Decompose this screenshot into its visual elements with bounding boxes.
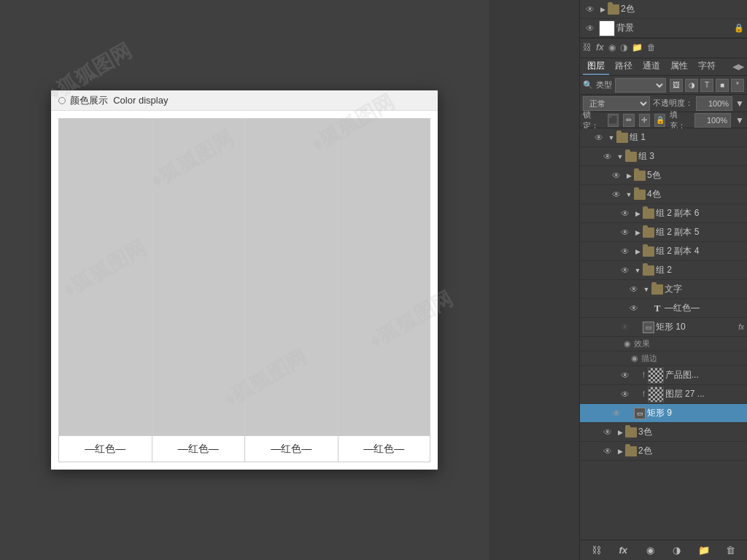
delete-layer-btn[interactable]: 🗑	[723, 542, 739, 559]
smart-icon-layer27: f	[643, 390, 645, 398]
group1-row[interactable]: 👁 ▼ 组 1	[580, 128, 747, 147]
tab-properties[interactable]: 属性	[666, 58, 692, 75]
color5-row[interactable]: 👁 ▶ 5色	[580, 166, 747, 185]
eye-color2[interactable]: 👁	[600, 446, 615, 456]
color2-row[interactable]: 👁 ▶ 2色	[580, 442, 747, 461]
rect10-name: 矩形 10	[656, 321, 734, 333]
search-icon: 🔍	[583, 80, 593, 90]
group2copy5-row[interactable]: 👁 ▶ 组 2 副本 5	[580, 223, 747, 242]
link-layers-btn[interactable]: ⛓	[588, 542, 604, 559]
fill-input[interactable]	[694, 113, 731, 128]
lock-position-btn[interactable]: ✛	[639, 114, 650, 127]
color3-row[interactable]: 👁 ▶ 3色	[580, 423, 747, 442]
eye-g2c6[interactable]: 👁	[618, 209, 632, 219]
lock-all-btn[interactable]: 🔒	[654, 114, 665, 127]
layer-2se-row[interactable]: 👁 ▶ 2色	[580, 0, 747, 19]
eye-icon-2se[interactable]: 👁	[583, 4, 597, 15]
group2copy6-row[interactable]: 👁 ▶ 组 2 副本 6	[580, 204, 747, 223]
filter-shape-btn[interactable]: ■	[716, 79, 729, 92]
eye-group2[interactable]: 👁	[618, 265, 632, 276]
g2c5-name: 组 2 副本 5	[656, 226, 744, 238]
add-mask-btn[interactable]: ◉	[642, 542, 658, 559]
stroke-row: ◉ 描边	[580, 351, 747, 366]
eye-rect10[interactable]: 👁	[618, 322, 632, 332]
group2-row[interactable]: 👁 ▼ 组 2	[580, 261, 747, 280]
text-layer-icon: T	[651, 303, 663, 314]
layer-2se-name: 2色	[621, 3, 744, 15]
panel-collapse-arrows[interactable]: ◀▶	[732, 62, 744, 71]
folder-group3	[625, 152, 637, 162]
eye-color5[interactable]: 👁	[609, 171, 624, 181]
eye-color3[interactable]: 👁	[600, 427, 615, 438]
opacity-input[interactable]	[696, 96, 732, 111]
filter-type-select[interactable]	[615, 78, 666, 93]
product-img-row[interactable]: 👁 ▶ f 产品图...	[580, 366, 747, 385]
tab-character[interactable]: 字符	[694, 58, 720, 75]
filter-adjust-btn[interactable]: ◑	[685, 79, 698, 92]
tab-layers[interactable]: 图层	[583, 58, 609, 75]
eye-group1[interactable]: 👁	[592, 133, 606, 143]
product-thumb	[648, 368, 664, 384]
folder-group2	[643, 265, 654, 276]
rect10-row[interactable]: 👁 ▶ ▭ 矩形 10 fx	[580, 318, 747, 337]
panel-tabs: 图层 路径 通道 属性 字符 ◀▶	[580, 58, 747, 76]
background-layer-row[interactable]: 👁 背景 🔒	[580, 19, 747, 38]
blend-mode-select[interactable]: 正常	[583, 96, 650, 111]
chain-icon: ⛓	[583, 42, 592, 52]
color4-row[interactable]: 👁 ▼ 4色	[580, 185, 747, 204]
filter-text-btn[interactable]: T	[700, 79, 713, 92]
tab-paths[interactable]: 路径	[611, 58, 637, 75]
filter-image-btn[interactable]: 🖼	[670, 79, 683, 92]
eye-layer27[interactable]: 👁	[618, 389, 632, 400]
eye-effects: ◉	[624, 339, 631, 349]
blend-opacity-row: 正常 不透明度： ▼	[580, 95, 747, 112]
rect9-row[interactable]: 👁 ▶ ▭ 矩形 9	[580, 404, 747, 423]
fx-label-rect10: fx	[738, 323, 744, 331]
lock-icon: 🔒	[734, 23, 744, 33]
eye-group3[interactable]: 👁	[600, 152, 615, 162]
group2copy4-row[interactable]: 👁 ▶ 组 2 副本 4	[580, 242, 747, 261]
folder-g2c4	[643, 246, 654, 257]
eye-textgroup[interactable]: 👁	[627, 284, 641, 295]
red-text-name: —红色—	[665, 302, 744, 314]
folder-textgroup	[651, 284, 663, 295]
color-label-4: —红色—	[338, 435, 430, 462]
new-group-btn[interactable]: 📁	[696, 542, 712, 559]
eye-color4[interactable]: 👁	[609, 190, 624, 200]
tab-channels[interactable]: 通道	[638, 58, 665, 75]
red-text-row[interactable]: 👁 ▶ T —红色—	[580, 299, 747, 318]
eye-rect9[interactable]: 👁	[609, 408, 624, 419]
background-thumb	[599, 20, 615, 36]
lock-transparent-btn[interactable]: ⬛	[608, 114, 619, 127]
eye-g2c4[interactable]: 👁	[618, 246, 632, 257]
opacity-label: 不透明度：	[653, 98, 693, 109]
color5-name: 5色	[647, 169, 744, 182]
color-swatch-2	[152, 119, 245, 435]
eye-icon-bg[interactable]: 👁	[583, 23, 597, 34]
new-adjustment-btn[interactable]: ◑	[669, 542, 685, 559]
layer27-row[interactable]: 👁 ▶ f 图层 27 ...	[580, 385, 747, 404]
color-swatch-1	[59, 119, 152, 435]
layer-bottom-icons: ⛓ fx ◉ ◑ 📁 🗑	[580, 38, 747, 55]
effects-row: ◉ 效果	[580, 337, 747, 351]
eye-redtext[interactable]: 👁	[627, 303, 641, 314]
lock-fill-row: 锁定： ⬛ ✏ ✛ 🔒 填充： ▼	[580, 112, 747, 128]
color2-name: 2色	[638, 445, 744, 457]
smart-icon-product: f	[643, 371, 645, 379]
fill-arrow[interactable]: ▼	[735, 115, 744, 125]
layers-list[interactable]: 👁 ▼ 组 1 👁 ▼ 组 3 👁 ▶ 5色 👁 ▼ 4色 👁	[580, 128, 747, 540]
effects-label: 效果	[634, 338, 650, 349]
text-group-row[interactable]: 👁 ▼ 文字	[580, 280, 747, 299]
add-style-btn[interactable]: fx	[615, 542, 631, 559]
filter-smart-btn[interactable]: *	[731, 79, 744, 92]
group3-row[interactable]: 👁 ▼ 组 3	[580, 147, 747, 166]
eye-product[interactable]: 👁	[618, 370, 632, 381]
canvas-title: 颜色展示 Color display	[70, 94, 168, 107]
color-label-1: —红色—	[59, 435, 152, 462]
trash-icon-top: 🗑	[647, 42, 656, 52]
lock-image-btn[interactable]: ✏	[623, 114, 634, 127]
eye-g2c5[interactable]: 👁	[618, 228, 632, 238]
opacity-arrow[interactable]: ▼	[735, 98, 744, 109]
folder-color2	[625, 446, 637, 456]
color-cell-1: —红色—	[58, 118, 152, 462]
